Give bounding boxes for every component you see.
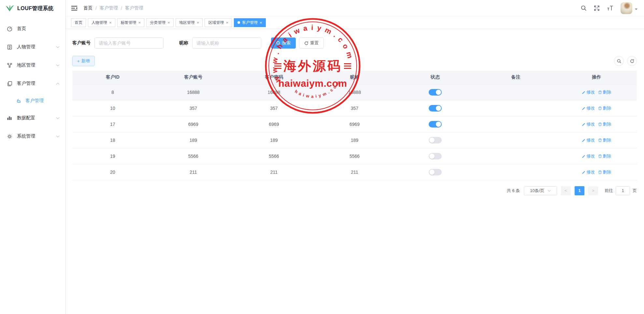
delete-link[interactable]: 删除 — [598, 153, 611, 159]
edit-link[interactable]: 修改 — [582, 137, 595, 143]
delete-link[interactable]: 删除 — [598, 121, 611, 127]
user-menu[interactable] — [621, 2, 637, 14]
add-button[interactable]: + 新增 — [72, 56, 95, 66]
refresh-icon — [304, 41, 308, 45]
search-button[interactable]: 搜索 — [271, 37, 296, 49]
cell-account: 189 — [153, 132, 234, 148]
nickname-label: 昵称 — [179, 40, 188, 46]
fullscreen-icon[interactable] — [594, 5, 600, 11]
cell-remark — [476, 148, 556, 164]
prev-page-button[interactable]: < — [561, 186, 571, 195]
table-toolbar: + 新增 — [72, 56, 637, 66]
goto-page-input[interactable] — [616, 186, 630, 195]
toggle-search-button[interactable] — [614, 56, 624, 66]
tab-label: 客户管理 — [242, 20, 258, 25]
cell-password: 357 — [234, 100, 314, 116]
page-number-1[interactable]: 1 — [575, 186, 584, 195]
sidebar-item-person-mgmt[interactable]: 人物管理 — [0, 38, 65, 56]
trash-icon — [598, 170, 602, 174]
sidebar-item-system-mgmt[interactable]: 系统管理 — [0, 127, 65, 145]
main-area: 首页 / 客户管理 / 客户管理 — [66, 0, 644, 314]
tab-region-mgmt[interactable]: 区域管理 × — [205, 18, 232, 27]
account-input[interactable] — [94, 37, 164, 49]
delete-link[interactable]: 删除 — [598, 105, 611, 111]
breadcrumb-home[interactable]: 首页 — [83, 5, 93, 11]
pencil-icon — [582, 154, 586, 158]
trash-icon — [598, 106, 602, 110]
search-icon — [617, 59, 621, 63]
cell-account: 6969 — [153, 116, 234, 132]
close-icon[interactable]: × — [138, 21, 141, 25]
tab-label-mgmt[interactable]: 标签管理 × — [117, 18, 145, 27]
status-toggle[interactable] — [429, 169, 442, 175]
cell-customer-id: 17 — [72, 116, 153, 132]
close-icon[interactable]: × — [226, 21, 228, 25]
pencil-icon — [582, 122, 586, 126]
breadcrumb-separator: / — [95, 6, 97, 11]
tab-category-mgmt[interactable]: 分类管理 × — [146, 18, 174, 27]
cell-customer-id: 18 — [72, 132, 153, 148]
close-icon[interactable]: × — [109, 21, 112, 25]
header-remark: 备注 — [476, 71, 556, 84]
chevron-up-icon — [56, 82, 60, 85]
status-toggle[interactable] — [429, 153, 442, 159]
edit-link[interactable]: 修改 — [582, 121, 595, 127]
pencil-icon — [582, 106, 586, 110]
tab-customer-mgmt[interactable]: 客户管理 × — [234, 18, 266, 27]
collapse-sidebar-icon[interactable] — [71, 6, 78, 11]
edit-link[interactable]: 修改 — [582, 169, 595, 175]
close-icon[interactable]: × — [260, 21, 262, 25]
sidebar-subitem-customer-mgmt[interactable]: 客户管理 — [0, 93, 65, 109]
page-size-select[interactable]: 10条/页 — [524, 186, 557, 195]
delete-link[interactable]: 删除 — [598, 89, 611, 95]
dashboard-icon — [7, 26, 12, 32]
breadcrumb-level1[interactable]: 客户管理 — [100, 5, 118, 11]
cell-customer-id: 19 — [72, 148, 153, 164]
header-status: 状态 — [395, 71, 476, 84]
cell-nickname: 16888 — [314, 84, 395, 100]
delete-link[interactable]: 删除 — [598, 137, 611, 143]
nickname-input[interactable] — [192, 37, 261, 49]
sidebar-item-home[interactable]: 首页 — [0, 20, 65, 38]
delete-link[interactable]: 删除 — [598, 169, 611, 175]
tab-district-mgmt[interactable]: 地区管理 × — [176, 18, 203, 27]
refresh-table-button[interactable] — [627, 56, 637, 66]
reset-button[interactable]: 重置 — [299, 37, 324, 49]
cell-nickname: 211 — [314, 164, 395, 180]
cell-password: 211 — [234, 164, 314, 180]
search-icon[interactable] — [581, 5, 587, 11]
close-icon[interactable]: × — [167, 21, 170, 25]
chevron-down-icon — [56, 135, 60, 138]
cell-password: 189 — [234, 132, 314, 148]
cell-nickname: 189 — [314, 132, 395, 148]
logo: LOUF管理系统 — [0, 0, 65, 17]
pagination: 共 6 条 10条/页 < 1 > 前往 页 — [72, 186, 637, 205]
sidebar: LOUF管理系统 首页 人物管理 — [0, 0, 66, 314]
add-button-label: 新增 — [81, 58, 90, 64]
status-toggle[interactable] — [429, 121, 442, 127]
close-icon[interactable]: × — [197, 21, 199, 25]
header-actions: 操作 — [556, 71, 637, 84]
tab-person-mgmt[interactable]: 人物管理 × — [88, 18, 115, 27]
tab-home[interactable]: 首页 — [71, 18, 86, 27]
sidebar-menu: 首页 人物管理 — [0, 17, 65, 145]
avatar[interactable] — [621, 2, 632, 14]
trash-icon — [598, 90, 602, 94]
customer-table: 客户ID 客户账号 客户密码 昵称 状态 备注 操作 8 16888 16888 — [72, 71, 637, 180]
customer-subitem-icon — [16, 98, 21, 104]
table-row: 8 16888 16888 16888 修改 删除 — [72, 84, 637, 100]
edit-link[interactable]: 修改 — [582, 153, 595, 159]
edit-link[interactable]: 修改 — [582, 105, 595, 111]
sidebar-item-customer-mgmt[interactable]: 客户管理 — [0, 74, 65, 93]
font-size-icon[interactable] — [607, 6, 613, 11]
sidebar-item-region-mgmt[interactable]: 地区管理 — [0, 56, 65, 74]
sidebar-item-label: 数据配置 — [17, 115, 35, 121]
status-toggle[interactable] — [429, 89, 442, 96]
cell-nickname: 6969 — [314, 116, 395, 132]
sidebar-item-data-config[interactable]: 数据配置 — [0, 109, 65, 127]
next-page-button[interactable]: > — [588, 186, 598, 195]
edit-link[interactable]: 修改 — [582, 89, 595, 95]
status-toggle[interactable] — [429, 105, 442, 112]
bar-chart-icon — [7, 115, 12, 121]
status-toggle[interactable] — [429, 137, 442, 143]
